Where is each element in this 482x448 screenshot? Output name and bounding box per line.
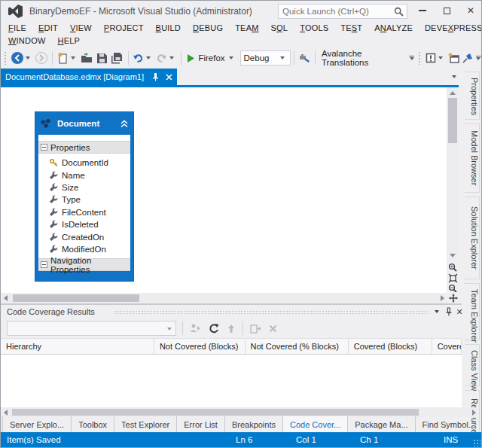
toolbar-overflow-icon[interactable] xyxy=(409,56,414,61)
bottom-tab[interactable]: Package Ma... xyxy=(348,416,415,432)
show-previous-button[interactable] xyxy=(227,324,236,334)
vertical-scroll-thumb[interactable] xyxy=(448,98,457,143)
start-debug-button[interactable]: Firefox xyxy=(185,50,236,66)
close-button[interactable]: ✕ xyxy=(460,4,481,19)
menu-item[interactable]: TOOLS xyxy=(294,22,334,35)
grid-column-header[interactable]: Covered (Blocks) xyxy=(349,339,432,354)
side-tab[interactable]: Solution Explorer xyxy=(465,197,480,279)
coverage-grid-body[interactable] xyxy=(1,355,462,409)
menu-item[interactable]: VIEW xyxy=(64,22,98,35)
save-button[interactable] xyxy=(95,50,109,66)
open-file-button[interactable] xyxy=(79,50,95,66)
navigation-section-header[interactable]: Navigation Properties xyxy=(38,258,130,271)
bottom-tab[interactable]: Error List xyxy=(177,416,225,432)
scroll-left-icon[interactable] xyxy=(4,410,8,416)
menu-item[interactable]: BUILD xyxy=(150,22,187,35)
close-tab-icon[interactable] xyxy=(166,74,172,81)
entity-property-row[interactable]: Size xyxy=(38,181,130,194)
panel-title-bar[interactable]: Code Coverage Results ✕ xyxy=(1,305,462,318)
entity-property-row[interactable]: Type xyxy=(38,194,130,206)
entity-document[interactable]: Document Properties DocumentId Name Size xyxy=(35,112,133,281)
side-tab[interactable]: Model Browser xyxy=(465,123,480,193)
horizontal-scroll-thumb[interactable] xyxy=(13,294,139,302)
new-window-button[interactable] xyxy=(447,50,461,66)
zoom-to-fit-button[interactable] xyxy=(447,273,459,283)
redo-dropdown-caret-icon[interactable] xyxy=(169,56,174,59)
panel-menu-button[interactable] xyxy=(432,306,442,317)
new-item-dropdown-caret-icon[interactable] xyxy=(71,56,75,59)
back-dropdown-caret-icon[interactable] xyxy=(26,56,30,59)
menu-item[interactable]: ANALYZE xyxy=(368,22,419,35)
remove-results-button[interactable] xyxy=(269,325,277,333)
properties-dropdown-caret-icon[interactable] xyxy=(438,56,443,59)
pin-icon[interactable] xyxy=(151,72,160,81)
maximize-button[interactable] xyxy=(436,4,457,19)
menu-item[interactable]: HELP xyxy=(51,35,86,47)
grid-column-header[interactable]: Not Covered (Blocks) xyxy=(154,339,246,354)
save-all-button[interactable] xyxy=(109,50,125,66)
menu-item[interactable]: PROJECT xyxy=(98,22,150,35)
find-in-files-button[interactable] xyxy=(297,50,312,66)
refresh-results-button[interactable] xyxy=(209,323,219,334)
scroll-down-icon[interactable] xyxy=(450,254,456,258)
avalanche-translations-button[interactable]: Avalanche Translations xyxy=(322,49,404,67)
navigate-forward-button[interactable] xyxy=(34,50,49,66)
menu-item[interactable]: EDIT xyxy=(32,22,64,35)
solution-configuration-combobox[interactable]: Debug xyxy=(240,50,291,66)
entity-property-row[interactable]: DocumentId xyxy=(38,157,130,169)
menu-item[interactable]: FILE xyxy=(2,22,32,35)
zoom-in-button[interactable] xyxy=(447,262,459,273)
new-item-button[interactable] xyxy=(56,50,79,66)
undo-dropdown-caret-icon[interactable] xyxy=(146,56,151,59)
scroll-right-icon[interactable] xyxy=(472,410,476,416)
entity-property-row[interactable]: FileContent xyxy=(38,206,130,218)
collapse-minus-icon[interactable] xyxy=(41,144,47,151)
pan-tool-button[interactable] xyxy=(447,292,459,304)
quick-launch-box[interactable] xyxy=(278,4,407,19)
menu-item[interactable]: WINDOW xyxy=(2,35,51,47)
scroll-left-icon[interactable] xyxy=(4,295,8,301)
bottom-tab[interactable]: Toolbox xyxy=(72,416,114,432)
edmx-designer-canvas[interactable]: Document Properties DocumentId Name Size xyxy=(1,87,447,293)
bottom-tab[interactable]: Find Symbol... xyxy=(416,416,482,432)
menu-item[interactable]: DEBUG xyxy=(187,22,229,35)
import-results-button[interactable] xyxy=(190,323,201,334)
menu-item[interactable]: SQL xyxy=(265,22,294,35)
export-results-button[interactable] xyxy=(250,324,261,334)
bottom-tab[interactable]: Test Explorer xyxy=(114,416,177,432)
properties-window-button[interactable] xyxy=(424,50,447,66)
canvas-horizontal-scrollbar[interactable] xyxy=(1,293,447,303)
menu-item[interactable]: TEST xyxy=(334,22,368,35)
quick-launch-input[interactable] xyxy=(282,5,388,17)
grid-column-header[interactable]: Not Covered (% Blocks) xyxy=(246,339,349,354)
run-target-dropdown-caret-icon[interactable] xyxy=(229,56,233,59)
entity-property-row[interactable]: Name xyxy=(38,169,130,181)
entity-property-row[interactable]: IsDeleted xyxy=(38,218,130,230)
entity-property-row[interactable]: ModifiedOn xyxy=(38,243,130,255)
redo-button[interactable] xyxy=(154,50,178,66)
side-tab[interactable]: Properties xyxy=(465,72,480,120)
undo-button[interactable] xyxy=(131,50,154,66)
minimize-button[interactable] xyxy=(412,4,433,19)
menu-item[interactable]: TEAM xyxy=(229,22,264,35)
toolbar-grip[interactable] xyxy=(418,51,422,65)
properties-section-header[interactable]: Properties xyxy=(38,141,130,154)
grid-column-header[interactable]: Covere xyxy=(432,339,462,354)
document-tab-active[interactable]: DocumentDatabase.edmx [Diagram1] xyxy=(1,69,177,85)
entity-header[interactable]: Document xyxy=(35,112,133,135)
toolbar-options-overflow-icon[interactable] xyxy=(476,56,481,61)
entity-property-row[interactable]: CreatedOn xyxy=(38,230,130,242)
bottom-tab[interactable]: Server Explo... xyxy=(2,416,72,432)
collapse-chevron-icon[interactable] xyxy=(120,120,129,128)
panel-drag-texture[interactable] xyxy=(114,310,429,315)
bottom-tab[interactable]: Breakpoints xyxy=(225,416,283,432)
menu-item[interactable]: DEVEXPRESS xyxy=(419,22,482,35)
panel-scroll-thumb[interactable] xyxy=(12,409,419,416)
resize-grip[interactable] xyxy=(473,439,480,446)
scroll-up-icon[interactable] xyxy=(450,91,456,95)
scroll-right-icon[interactable] xyxy=(441,295,444,301)
grid-column-header[interactable]: Hierarchy xyxy=(1,339,154,354)
panel-close-button[interactable]: ✕ xyxy=(454,306,465,317)
side-tab[interactable]: Class View xyxy=(465,344,480,386)
coverage-result-combobox[interactable] xyxy=(7,321,176,336)
